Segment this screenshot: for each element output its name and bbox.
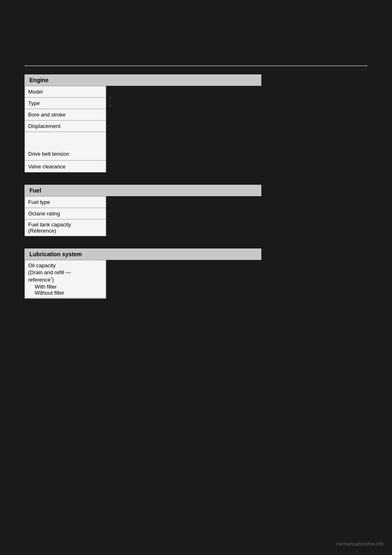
engine-type-label: Type: [28, 100, 40, 106]
engine-table: Model Type Bore and stroke Displacement …: [24, 86, 106, 172]
fuel-header: Fuel: [24, 185, 261, 196]
engine-bore-row: Bore and stroke: [25, 109, 106, 121]
engine-drive-belt-label: Drive belt tension: [28, 151, 69, 157]
fuel-table: Fuel type Octane rating Fuel tank capaci…: [24, 196, 106, 236]
fuel-type-row: Fuel type: [25, 197, 106, 208]
superscript: *: [51, 276, 52, 280]
engine-header: Engine: [24, 74, 261, 86]
lubrication-header: Lubrication system: [24, 248, 261, 260]
engine-model-row: Model: [25, 86, 106, 98]
engine-valve-clearance-row: Valve clearance: [25, 161, 106, 172]
page-content: Engine Model Type Bore and stroke Displa…: [0, 0, 392, 555]
lubrication-table-container: Oil capacity (Drain and refill — referen…: [24, 260, 368, 299]
oil-capacity-line2: (Drain and refill —: [28, 269, 102, 275]
engine-bore-label: Bore and stroke: [28, 112, 66, 118]
oil-capacity-line1: Oil capacity: [28, 262, 102, 269]
octane-rating-label: Octane rating: [28, 210, 60, 217]
arrow-bottom: ►: [108, 102, 113, 110]
engine-valve-clearance-label: Valve clearance: [28, 163, 66, 170]
oil-capacity-line3: reference*): [28, 276, 102, 283]
oil-capacity-without-filter: Without filter: [35, 290, 102, 296]
fuel-tank-label: Fuel tank capacity(Reference): [28, 222, 71, 234]
oil-capacity-row: Oil capacity (Drain and refill — referen…: [25, 260, 106, 298]
engine-section: Engine Model Type Bore and stroke Displa…: [24, 74, 368, 172]
fuel-section: Fuel Fuel type Octane rating Fuel tank c…: [24, 185, 368, 236]
watermark: carmanualsonline.info: [336, 541, 384, 547]
fuel-type-label: Fuel type: [28, 199, 50, 205]
lubrication-section: Lubrication system Oil capacity (Drain a…: [24, 248, 368, 299]
engine-arrows: ► ►: [108, 86, 113, 114]
engine-model-label: Model: [28, 89, 42, 95]
arrow-top: ►: [108, 94, 113, 102]
engine-type-row: Type: [25, 98, 106, 109]
oil-capacity-with-filter: With filter: [35, 284, 102, 290]
lubrication-table: Oil capacity (Drain and refill — referen…: [24, 260, 106, 299]
octane-rating-row: Octane rating: [25, 208, 106, 219]
fuel-tank-row: Fuel tank capacity(Reference): [25, 219, 106, 236]
engine-displacement-row: Displacement: [25, 121, 106, 132]
engine-drive-belt-row: Drive belt tension: [25, 132, 106, 161]
engine-table-container: Model Type Bore and stroke Displacement …: [24, 86, 368, 172]
fuel-table-container: Fuel type Octane rating Fuel tank capaci…: [24, 196, 368, 236]
top-rule: [24, 65, 368, 66]
engine-displacement-label: Displacement: [28, 123, 60, 129]
